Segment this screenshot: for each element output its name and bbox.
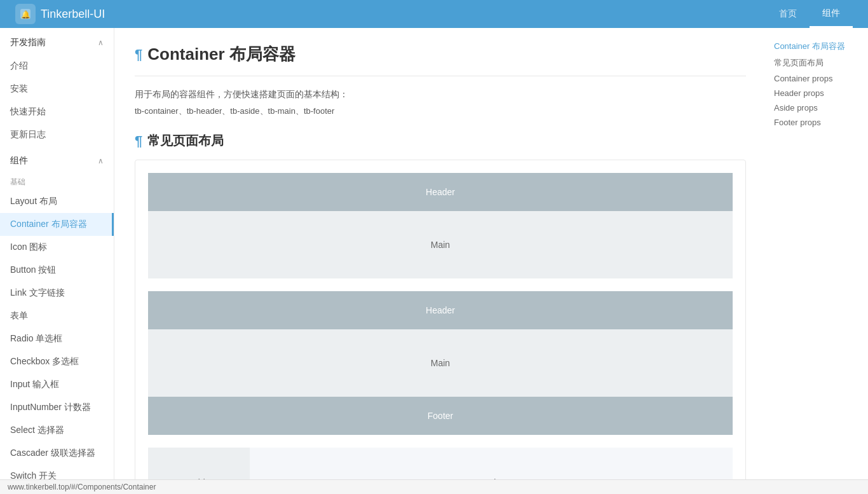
sidebar-item-install[interactable]: 安装 [0, 78, 114, 100]
anchor-icon: ¶ [135, 46, 142, 63]
sidebar-item-quickstart[interactable]: 快速开始 [0, 100, 114, 123]
demo-box-layouts: Header Main Header Main Footer Aside Mai… [135, 160, 746, 479]
toc-item-header-props[interactable]: Header props [774, 86, 860, 100]
sidebar-item-inputnumber[interactable]: InputNumber 计数器 [0, 396, 114, 419]
sidebar-item-select[interactable]: Select 选择器 [0, 419, 114, 442]
layout-diagram-3: Aside Main [148, 448, 733, 479]
sidebar-section-dev-guide[interactable]: 开发指南 ∧ [0, 28, 114, 55]
sidebar-item-cascader[interactable]: Cascader 级联选择器 [0, 442, 114, 465]
sidebar-sub-label-basic: 基础 [0, 173, 114, 190]
logo[interactable]: 🔔 Tinkerbell-UI [15, 4, 105, 24]
section-title-layouts: ¶ 常见页面布局 [135, 132, 746, 149]
page-tags: tb-container、tb-header、tb-aside、tb-main、… [135, 106, 746, 117]
layout-row-aside: Aside Main [148, 448, 733, 479]
page-title: ¶ Container 布局容器 [135, 43, 746, 65]
top-navigation: 🔔 Tinkerbell-UI 首页 组件 [0, 0, 868, 28]
sidebar-item-switch[interactable]: Switch 开关 [0, 465, 114, 479]
svg-text:🔔: 🔔 [21, 10, 31, 19]
nav-links: 首页 组件 [766, 0, 853, 28]
sidebar-item-changelog[interactable]: 更新日志 [0, 123, 114, 146]
title-divider [135, 76, 746, 76]
layout-aside-3: Aside [148, 448, 250, 479]
logo-icon: 🔔 [15, 4, 36, 24]
logo-text: Tinkerbell-UI [41, 8, 105, 21]
sidebar-item-icon[interactable]: Icon 图标 [0, 236, 114, 259]
section-anchor-icon: ¶ [135, 133, 142, 149]
layout-diagram-1: Header Main [148, 173, 733, 278]
url-text: www.tinkerbell.top/#/Components/Containe… [8, 483, 156, 491]
sidebar-item-link[interactable]: Link 文字链接 [0, 282, 114, 305]
sidebar-item-intro[interactable]: 介绍 [0, 55, 114, 78]
url-bar: www.tinkerbell.top/#/Components/Containe… [0, 479, 868, 494]
body-layout: 开发指南 ∧ 介绍 安装 快速开始 更新日志 组件 ∧ 基础 Layout 布局… [0, 28, 868, 479]
sidebar-section-components[interactable]: 组件 ∧ [0, 146, 114, 173]
toc-item-footer-props[interactable]: Footer props [774, 115, 860, 130]
table-of-contents: Container 布局容器 常见页面布局 Container props He… [766, 28, 868, 479]
layout-diagram-2: Header Main Footer [148, 291, 733, 435]
layout-main-1: Main [148, 211, 733, 278]
layout-main-2: Main [148, 329, 733, 397]
page-title-text: Container 布局容器 [147, 43, 295, 65]
toc-item-container[interactable]: Container 布局容器 [774, 38, 860, 55]
page-description: 用于布局的容器组件，方便快速搭建页面的基本结构： [135, 89, 746, 100]
sidebar-section-components-label: 组件 [10, 155, 28, 167]
sidebar-item-button[interactable]: Button 按钮 [0, 259, 114, 282]
layout-footer-2: Footer [148, 397, 733, 435]
sidebar-item-form[interactable]: 表单 [0, 305, 114, 327]
toc-item-container-props[interactable]: Container props [774, 71, 860, 86]
sidebar-item-radio[interactable]: Radio 单选框 [0, 327, 114, 350]
nav-components[interactable]: 组件 [810, 0, 853, 28]
sidebar-item-checkbox[interactable]: Checkbox 多选框 [0, 350, 114, 373]
toc-item-layouts[interactable]: 常见页面布局 [774, 55, 860, 71]
layout-main-3: Main [250, 448, 733, 479]
sidebar-item-input[interactable]: Input 输入框 [0, 373, 114, 396]
chevron-up-icon: ∧ [98, 38, 104, 47]
main-content: ¶ Container 布局容器 用于布局的容器组件，方便快速搭建页面的基本结构… [114, 28, 766, 479]
layout-header-2: Header [148, 291, 733, 329]
nav-home[interactable]: 首页 [766, 0, 810, 28]
sidebar-item-layout[interactable]: Layout 布局 [0, 190, 114, 213]
section-title-text: 常见页面布局 [147, 132, 224, 149]
chevron-up-icon-2: ∧ [98, 156, 104, 165]
toc-item-aside-props[interactable]: Aside props [774, 100, 860, 115]
sidebar: 开发指南 ∧ 介绍 安装 快速开始 更新日志 组件 ∧ 基础 Layout 布局… [0, 28, 114, 479]
layout-header-1: Header [148, 173, 733, 211]
sidebar-section-dev-guide-label: 开发指南 [10, 37, 46, 48]
sidebar-item-container[interactable]: Container 布局容器 [0, 213, 114, 236]
